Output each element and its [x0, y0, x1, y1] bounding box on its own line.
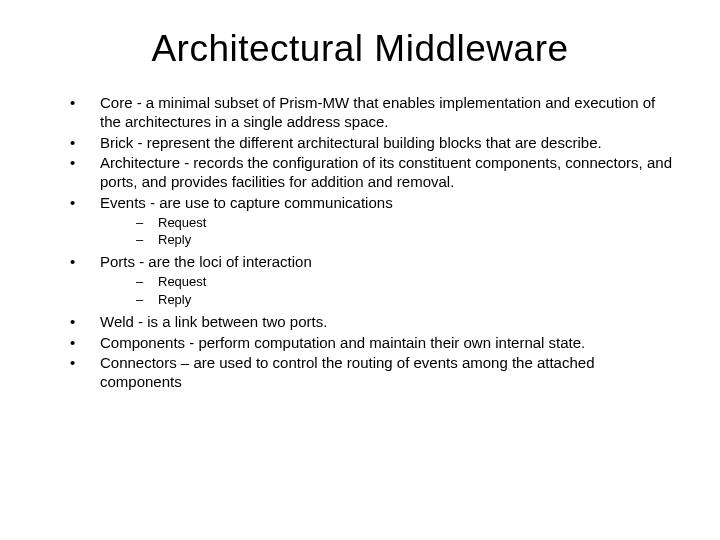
bullet-item: Core - a minimal subset of Prism-MW that…	[70, 94, 680, 132]
bullet-text: Core - a minimal subset of Prism-MW that…	[100, 94, 655, 130]
sub-item: Request	[136, 215, 680, 232]
bullet-list: Core - a minimal subset of Prism-MW that…	[40, 94, 680, 392]
bullet-item: Ports - are the loci of interaction Requ…	[70, 253, 680, 309]
sub-list: Request Reply	[100, 274, 680, 309]
bullet-item: Brick - represent the different architec…	[70, 134, 680, 153]
slide-title: Architectural Middleware	[40, 28, 680, 70]
bullet-item: Events - are use to capture communicatio…	[70, 194, 680, 250]
sub-item: Reply	[136, 232, 680, 249]
bullet-item: Weld - is a link between two ports.	[70, 313, 680, 332]
bullet-item: Architecture - records the configuration…	[70, 154, 680, 192]
bullet-text: Events - are use to capture communicatio…	[100, 194, 393, 211]
sub-item: Reply	[136, 292, 680, 309]
slide: Architectural Middleware Core - a minima…	[0, 0, 720, 540]
bullet-text: Components - perform computation and mai…	[100, 334, 585, 351]
bullet-text: Weld - is a link between two ports.	[100, 313, 327, 330]
bullet-text: Ports - are the loci of interaction	[100, 253, 312, 270]
sub-item: Request	[136, 274, 680, 291]
bullet-text: Connectors – are used to control the rou…	[100, 354, 594, 390]
sub-list: Request Reply	[100, 215, 680, 250]
bullet-text: Architecture - records the configuration…	[100, 154, 672, 190]
bullet-item: Connectors – are used to control the rou…	[70, 354, 680, 392]
bullet-text: Brick - represent the different architec…	[100, 134, 602, 151]
bullet-item: Components - perform computation and mai…	[70, 334, 680, 353]
